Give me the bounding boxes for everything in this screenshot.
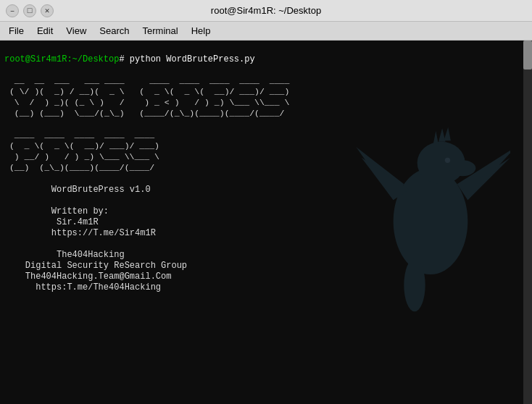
- prompt-line: root@Sir4m1R:~/Desktop# python WordBrute…: [4, 54, 255, 64]
- menu-terminal[interactable]: Terminal: [137, 24, 184, 38]
- menu-help[interactable]: Help: [186, 24, 217, 38]
- menubar: File Edit View Search Terminal Help: [0, 22, 532, 41]
- menu-edit[interactable]: Edit: [31, 24, 59, 38]
- minimize-button[interactable]: –: [6, 4, 19, 17]
- scrollbar[interactable]: [523, 41, 532, 404]
- prompt-command: # python WordBrutePress.py: [119, 54, 254, 64]
- scrollbar-thumb[interactable]: [523, 41, 532, 70]
- menu-file[interactable]: File: [3, 24, 30, 38]
- maximize-button[interactable]: □: [23, 4, 36, 17]
- prompt-user: root@Sir4m1R:~/Desktop: [4, 54, 119, 64]
- window-title: root@Sir4m1R: ~/Desktop: [54, 5, 478, 16]
- titlebar: – □ ✕ root@Sir4m1R: ~/Desktop: [0, 0, 532, 22]
- close-button[interactable]: ✕: [41, 4, 54, 17]
- titlebar-buttons[interactable]: – □ ✕: [6, 4, 54, 17]
- ascii-art-block: __ __ ___ ___ ____ ____ ____ ____ ____ _…: [4, 76, 289, 172]
- terminal-window[interactable]: root@Sir4m1R:~/Desktop# python WordBrute…: [0, 41, 532, 404]
- app-name-line: WordBrutePress v1.0 Written by: Sir.4m1R…: [4, 185, 187, 293]
- menu-view[interactable]: View: [60, 24, 92, 38]
- terminal-content: root@Sir4m1R:~/Desktop# python WordBrute…: [0, 41, 532, 307]
- menu-search[interactable]: Search: [93, 24, 135, 38]
